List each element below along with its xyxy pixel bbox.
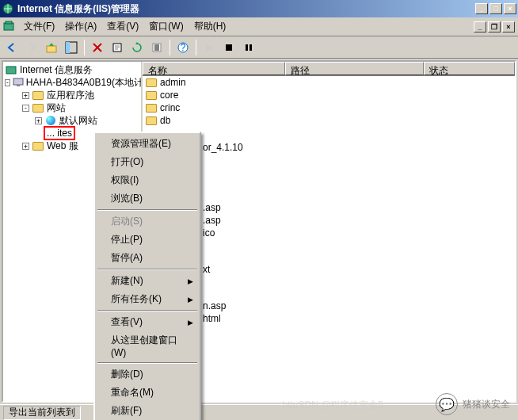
ctx-new-window[interactable]: 从这里创建窗口(W) xyxy=(97,331,198,361)
refresh-button[interactable] xyxy=(128,39,146,56)
submenu-arrow-icon: ▶ xyxy=(188,319,193,326)
watermark: httpSDN @程序侠安全5 💬 猪猪谈安全 xyxy=(436,393,510,415)
expand-icon[interactable]: + xyxy=(35,117,42,124)
back-button[interactable] xyxy=(3,39,21,56)
folder-icon xyxy=(146,78,157,87)
pause-button[interactable] xyxy=(240,39,257,56)
forward-button[interactable] xyxy=(23,39,40,56)
svg-rect-14 xyxy=(13,78,23,85)
tree-label: Internet 信息服务 xyxy=(20,63,93,77)
svg-text:?: ? xyxy=(181,42,186,53)
folder-icon xyxy=(146,116,157,125)
tree-apppool[interactable]: + 应用程序池 xyxy=(5,89,139,101)
ctx-browse[interactable]: 浏览(B) xyxy=(97,189,198,208)
collapse-icon[interactable]: - xyxy=(22,105,29,112)
delete-button[interactable] xyxy=(89,39,106,56)
ctx-open[interactable]: 打开(O) xyxy=(97,153,198,171)
separator xyxy=(97,269,197,270)
tree-default-site[interactable]: + 默认网站 xyxy=(5,114,139,127)
svg-rect-12 xyxy=(249,44,252,51)
context-menu: 资源管理器(E) 打开(O) 权限(I) 浏览(B) 启动(S) 停止(P) 暂… xyxy=(93,132,201,420)
up-button[interactable] xyxy=(43,39,60,56)
ctx-view[interactable]: 查看(V)▶ xyxy=(97,313,198,331)
mdi-restore-button[interactable]: ❐ xyxy=(488,21,501,32)
close-button[interactable]: × xyxy=(504,3,516,14)
tree-label: ites xyxy=(57,128,72,139)
list-header: 名称 路径 状态 xyxy=(143,62,515,76)
status-text: 导出当前列表到 xyxy=(3,406,81,420)
collapse-icon[interactable]: - xyxy=(5,79,10,86)
show-tree-button[interactable] xyxy=(63,39,80,56)
submenu-arrow-icon: ▶ xyxy=(188,277,193,285)
iis-icon xyxy=(5,64,17,75)
svg-rect-2 xyxy=(6,21,12,24)
stop-button[interactable] xyxy=(220,39,238,56)
menu-window[interactable]: 窗口(W) xyxy=(144,17,189,36)
tree-label: 应用程序池 xyxy=(47,89,94,102)
mdi-icon xyxy=(3,21,16,33)
separator xyxy=(196,40,196,55)
globe-icon: ... xyxy=(47,128,55,139)
ctx-explorer[interactable]: 资源管理器(E) xyxy=(97,135,198,153)
menu-help[interactable]: 帮助(H) xyxy=(189,17,232,36)
help-button[interactable]: ? xyxy=(174,39,192,56)
app-icon xyxy=(2,2,14,15)
properties-button[interactable] xyxy=(109,39,126,56)
mdi-close-button[interactable]: × xyxy=(502,21,515,32)
ctx-rename[interactable]: 重命名(M) xyxy=(97,384,198,402)
folder-icon xyxy=(146,104,157,113)
menu-action[interactable]: 操作(A) xyxy=(60,17,102,36)
tree-root[interactable]: Internet 信息服务 xyxy=(5,63,139,76)
computer-icon xyxy=(13,77,24,88)
ctx-stop[interactable]: 停止(P) xyxy=(97,231,198,249)
folder-icon xyxy=(32,140,44,151)
tree-label: 网站 xyxy=(47,101,66,115)
svg-rect-3 xyxy=(47,46,56,52)
minimize-button[interactable]: _ xyxy=(475,3,488,14)
separator xyxy=(97,362,197,364)
content-area: Internet 信息服务 - HAHA-B4834A0B19(本地计 + 应用… xyxy=(2,60,516,403)
list-item[interactable]: db xyxy=(143,114,515,127)
folder-icon xyxy=(146,91,157,100)
tree-host[interactable]: - HAHA-B4834A0B19(本地计 xyxy=(5,76,139,89)
ctx-start: 启动(S) xyxy=(97,212,198,231)
menu-file[interactable]: 文件(F) xyxy=(19,17,60,36)
tree-label: Web 服 xyxy=(47,139,78,153)
separator xyxy=(97,209,197,211)
toolbar: ? xyxy=(0,36,518,59)
svg-rect-13 xyxy=(6,67,16,74)
globe-icon xyxy=(44,115,57,126)
tree-label: HAHA-B4834A0B19(本地计 xyxy=(26,76,143,90)
window-title: Internet 信息服务(IIS)管理器 xyxy=(17,2,475,16)
ctx-permissions[interactable]: 权限(I) xyxy=(97,171,198,189)
column-name[interactable]: 名称 xyxy=(143,62,285,75)
ctx-new[interactable]: 新建(N)▶ xyxy=(97,272,198,290)
ctx-refresh[interactable]: 刷新(F) xyxy=(97,402,198,420)
separator xyxy=(84,40,85,55)
svg-rect-5 xyxy=(66,42,70,53)
expand-icon[interactable]: + xyxy=(22,92,29,99)
ctx-pause[interactable]: 暂停(A) xyxy=(97,249,198,267)
maximize-button[interactable]: □ xyxy=(489,3,502,14)
expand-icon[interactable]: + xyxy=(22,143,29,150)
svg-rect-15 xyxy=(17,85,20,86)
list-item[interactable]: crinc xyxy=(143,101,515,114)
mdi-minimize-button[interactable]: _ xyxy=(474,21,486,32)
start-button[interactable] xyxy=(200,39,218,56)
separator xyxy=(97,310,197,311)
svg-rect-10 xyxy=(226,44,232,51)
column-status[interactable]: 状态 xyxy=(424,62,515,75)
export-button[interactable] xyxy=(148,39,166,56)
column-path[interactable]: 路径 xyxy=(285,62,424,75)
list-item[interactable]: core xyxy=(143,89,515,101)
svg-rect-11 xyxy=(246,44,248,51)
window-controls: _ □ × xyxy=(475,3,516,14)
tree-sites[interactable]: - 网站 xyxy=(5,101,139,114)
folder-icon xyxy=(32,102,44,113)
list-item[interactable]: admin xyxy=(143,76,515,89)
ctx-delete[interactable]: 删除(D) xyxy=(97,365,198,384)
menu-view[interactable]: 查看(V) xyxy=(102,17,144,36)
ctx-all-tasks[interactable]: 所有任务(K)▶ xyxy=(97,290,198,308)
submenu-arrow-icon: ▶ xyxy=(188,296,193,304)
title-bar: Internet 信息服务(IIS)管理器 _ □ × xyxy=(0,0,518,17)
